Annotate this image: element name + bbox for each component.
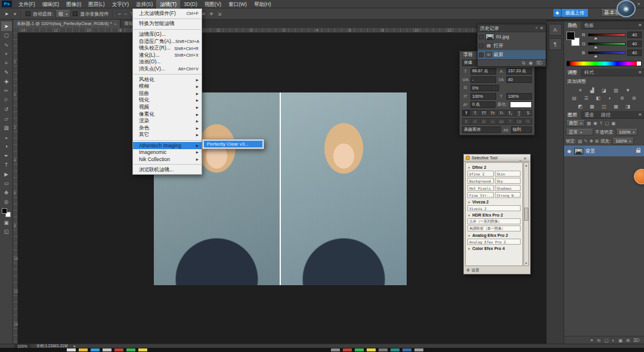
taskbar-app-icon[interactable] (103, 348, 112, 351)
filter-menu-item[interactable]: 滤镜库(G)... (133, 31, 202, 38)
channel-value[interactable]: 40 (627, 41, 642, 47)
taskbar-app-icon[interactable] (91, 348, 100, 351)
language-dropdown[interactable]: 美国英语 (462, 126, 501, 133)
tab-paths[interactable]: 路径 (597, 111, 614, 119)
layers-footer-icon-5[interactable]: ▣ (618, 338, 623, 343)
zoom-tool[interactable]: ◎ (1, 197, 12, 207)
history-item[interactable]: 01.jpg (478, 32, 546, 41)
selective-section-header[interactable]: ▼Color Efex Pro 4 (467, 246, 521, 251)
history-footer-icon-3[interactable]: ⌦ (536, 60, 543, 66)
channel-value[interactable]: 40 (627, 50, 642, 56)
type-style-button-5[interactable]: T¹ (497, 110, 506, 116)
submenu-item-perfectly-clear[interactable]: Perfectly Clear v3... (203, 140, 263, 148)
eyedropper-tool[interactable]: ✎ (1, 68, 12, 78)
color-slider-R[interactable]: R40 (582, 32, 642, 38)
tab-swatches[interactable]: 色板 (581, 21, 597, 29)
align-icon-2[interactable]: ¬ (123, 11, 128, 17)
layers-footer-icon-2[interactable]: fx (597, 338, 601, 343)
taskbar-app-icon[interactable] (138, 348, 147, 351)
filter-menu-item[interactable]: Athentech Imaging▶ (133, 142, 202, 149)
adjustment-icon-1-4[interactable]: ▧ (612, 87, 620, 94)
tracking-field[interactable]: 40 (506, 76, 532, 83)
history-source-box[interactable] (479, 35, 484, 39)
color-spectrum-bar[interactable] (566, 61, 642, 66)
layers-footer-icon-7[interactable]: ⌦ (633, 338, 640, 343)
slider-track[interactable] (588, 42, 626, 45)
taskbar-app-icon[interactable] (355, 348, 364, 351)
font-size-field[interactable]: 66.67 点 (470, 68, 496, 75)
adjustment-icon-2-3[interactable]: ◧ (595, 95, 602, 101)
blur-tool[interactable]: ◒ (1, 132, 12, 142)
layers-footer-icon-1[interactable]: ⚭ (590, 338, 593, 343)
filter-menu-item[interactable]: 液化(L)...Shift+Ctrl+X (133, 52, 202, 59)
type-style-button-2[interactable]: T (471, 110, 479, 116)
crop-tool[interactable]: ⌗ (1, 58, 12, 68)
adjustment-icon-2-1[interactable]: ▤ (571, 95, 578, 101)
type-style-button-8[interactable]: T̶ (524, 110, 532, 116)
horizontal-scale-field[interactable]: 100% (506, 93, 532, 100)
filter-menu-item[interactable]: 消失点(V)...Alt+Ctrl+V (133, 66, 202, 73)
upload-badge[interactable]: ◈ 极速上传 (553, 9, 588, 17)
upload-button[interactable]: 极速上传 (562, 9, 588, 17)
filter-menu-item[interactable]: 像素化▶ (133, 111, 202, 118)
filter-menu-item[interactable]: 上次滤镜操作(F)Ctrl+F (133, 10, 202, 17)
selective-preset-button[interactable]: Skin (495, 171, 521, 177)
adjustment-icon-2-2[interactable]: ☰ (583, 95, 590, 101)
move-tool[interactable]: ➤ (1, 21, 12, 31)
vertical-scale-field[interactable]: 100% (470, 93, 496, 100)
channel-value[interactable]: 40 (627, 32, 642, 38)
history-footer-icon-1[interactable]: ⧉ (522, 60, 525, 66)
selective-section-header[interactable]: ▼Analog Efex Pro 2 (467, 233, 521, 237)
taskbar-app-icon[interactable] (414, 348, 423, 351)
panel-minimize-icon[interactable]: _ (519, 156, 522, 159)
lock-icon-3[interactable]: ✥ (589, 138, 593, 144)
mode3d-icon-4[interactable]: ✛ (209, 11, 214, 17)
kerning-field[interactable]: - (470, 76, 496, 83)
menubar-item-1[interactable]: 文件(F) (15, 0, 39, 8)
align-icon-1[interactable]: ⌐ (117, 11, 122, 17)
layer-filter-icon-2[interactable]: ◉ (593, 121, 597, 126)
menubar-item-3[interactable]: 图像(I) (63, 0, 85, 8)
taskbar-app-icon[interactable] (67, 348, 76, 351)
collapsed-character-panel-button[interactable]: A (549, 24, 562, 36)
pen-tool[interactable]: ✒ (1, 151, 12, 160)
menubar-item-7[interactable]: 滤镜(T) (156, 0, 180, 8)
tab-channels[interactable]: 通道 (581, 111, 597, 119)
layer-filter-icon-3[interactable]: T (600, 121, 603, 126)
selective-section-header[interactable]: ▼HDR Efex Pro 2 (467, 213, 521, 217)
history-source-box[interactable] (479, 44, 484, 48)
document-tab-active[interactable]: 未标题-1 @ 100%(twq_PerfectlyClear, RGB/8) … (13, 20, 120, 28)
opacity-field[interactable]: 100% ▾ (616, 129, 637, 135)
adjustment-icon-1-1[interactable]: ☀ (577, 87, 584, 94)
color-slider-B[interactable]: B40 (582, 50, 642, 56)
opentype-button-8[interactable]: ½ (524, 118, 532, 125)
filter-menu-item[interactable]: Imagenomic▶ (133, 149, 202, 156)
filter-menu-item[interactable]: 油画(O)... (133, 59, 202, 66)
menubar-item-10[interactable]: 窗口(W) (225, 0, 250, 8)
slider-track[interactable] (588, 33, 626, 36)
layer-row-background[interactable]: ◉ 背景 (564, 146, 644, 156)
adjustment-icon-2-4[interactable]: ◐ (606, 95, 614, 101)
screen-mode-button[interactable]: ◱ (1, 227, 12, 237)
filter-menu-item[interactable]: 扭曲▶ (133, 90, 202, 97)
layer-filter-icon-1[interactable]: ▦ (587, 121, 591, 126)
opentype-button-7[interactable]: 1st (515, 118, 524, 125)
selective-scrollbar[interactable]: ▲ ▼ (524, 162, 529, 266)
taskbar-app-icon[interactable] (379, 348, 388, 351)
slider-track[interactable] (588, 51, 626, 54)
selective-section-header[interactable]: ▼Dfine 2 (467, 165, 521, 169)
adjustment-icon-3-3[interactable]: ◫ (600, 103, 608, 110)
healing-brush-tool[interactable]: ✚ (1, 77, 12, 87)
taskbar-app-icon[interactable] (367, 348, 376, 351)
type-style-button-4[interactable]: Tᴛ (488, 110, 497, 116)
settings-gear-icon[interactable]: ⚙ (466, 268, 470, 273)
panel-close-icon[interactable]: ✕ (524, 156, 527, 159)
history-footer-icon-2[interactable]: ◉ (529, 60, 533, 66)
proportional-spacing-field[interactable]: 0% (470, 85, 499, 91)
history-source-box[interactable] (479, 53, 484, 57)
type-style-button-3[interactable]: TT (480, 110, 488, 116)
filter-menu-item[interactable]: 模糊▶ (133, 83, 202, 90)
selective-preset-button[interactable]: Dfine 2 (467, 171, 494, 177)
filter-menu-item[interactable]: 锐化▶ (133, 97, 202, 104)
tab-styles[interactable]: 样式 (581, 69, 597, 76)
